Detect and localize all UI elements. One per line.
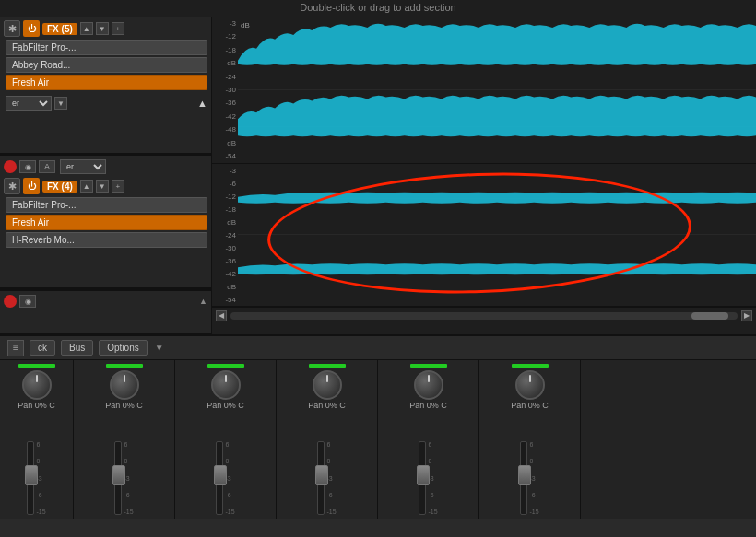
track2-star-btn[interactable]: ✱ [4, 178, 20, 194]
channel2-fader-section: 6 0 -3 -6 -15 [76, 414, 172, 515]
channel3-led [207, 364, 244, 368]
waveform-area: -3 -12 -18 dB -24 -30 -36 -42 -48 dB -54 [212, 17, 756, 334]
channel4-pan-label: Pan 0% C [308, 401, 346, 410]
track1-power-btn[interactable]: ⏻ [23, 20, 40, 37]
channel5-fader-section: 6 0 -3 -6 -15 [380, 414, 477, 515]
track1-select[interactable]: er [6, 96, 52, 111]
track2-db-scale: -3 -6 -12 -18 dB -24 -30 -36 -42 dB -54 [212, 164, 238, 306]
channel2-led [106, 364, 143, 368]
track3-expand[interactable]: ▲ [199, 297, 207, 306]
channel4-led [309, 364, 346, 368]
channel6-knob-container: Pan 0% C [511, 370, 549, 410]
mixer-toolbar: ≡ ck Bus Options ▼ [0, 336, 756, 360]
channel2-fader-handle[interactable] [112, 465, 125, 485]
track1-plugin3-btn[interactable]: Fresh Air [6, 75, 207, 90]
channel5-knob[interactable] [414, 370, 443, 400]
track1-down-btn[interactable]: ▼ [96, 22, 109, 35]
channel2-knob-container: Pan 0% C [105, 370, 143, 410]
mixer-channel-4: Pan 0% C 6 0 -3 -6 -15 [277, 360, 378, 519]
channel3-fader-handle[interactable] [214, 465, 227, 485]
channel2-knob[interactable] [110, 370, 139, 400]
track1-waveform-canvas: dB [238, 17, 756, 163]
channel1-fader-section: 6 0 -3 -6 -15 [2, 414, 71, 515]
track2-up-btn[interactable]: ▲ [80, 180, 93, 193]
track2-rec-btn[interactable] [4, 160, 17, 173]
track2-plus-btn[interactable]: + [112, 180, 124, 193]
channel6-led [512, 364, 549, 368]
mixer-eq-icon[interactable]: ≡ [7, 340, 24, 356]
channel1-fader-track[interactable] [27, 441, 34, 515]
channel1-knob[interactable] [22, 370, 52, 400]
scroll-track[interactable] [230, 312, 738, 320]
channel4-fader-handle[interactable] [315, 465, 328, 485]
scroll-left-btn[interactable]: ◀ [216, 310, 227, 321]
track3-header: ◉ ▲ [0, 291, 211, 334]
channel1-knob-container: Pan 0% C [18, 370, 55, 410]
mixer-options-arrow[interactable]: ▼ [155, 343, 164, 353]
channel6-knob[interactable] [515, 370, 545, 400]
channel3-fader-track[interactable] [216, 441, 223, 515]
track1-header: ✱ ⏻ FX (5) ▲ ▼ + FabFilter Pro-... Abbey… [0, 17, 211, 154]
track1-expand-btn[interactable]: ▲ [197, 98, 207, 109]
track1-db-scale: -3 -12 -18 dB -24 -30 -36 -42 -48 dB -54 [212, 17, 238, 163]
channel1-fader-handle[interactable] [25, 465, 38, 485]
track1-up-btn[interactable]: ▲ [80, 22, 93, 35]
track-list: ✱ ⏻ FX (5) ▲ ▼ + FabFilter Pro-... Abbey… [0, 17, 212, 334]
main-area: ✱ ⏻ FX (5) ▲ ▼ + FabFilter Pro-... Abbey… [0, 17, 756, 334]
track2-monitor-btn[interactable]: ◉ [19, 160, 36, 173]
mixer-channels: Pan 0% C 6 0 -3 -6 -15 Pan 0% C [0, 360, 756, 519]
track1-plugin2-btn[interactable]: Abbey Road... [6, 57, 207, 73]
track2-power-btn[interactable]: ⏻ [23, 178, 40, 194]
channel5-knob-container: Pan 0% C [409, 370, 447, 410]
channel5-fader-track[interactable] [419, 441, 426, 515]
channel3-fader-section: 6 0 -3 -6 -15 [177, 414, 274, 515]
channel5-led [410, 364, 447, 368]
channel6-fader-track[interactable] [520, 441, 527, 515]
hint-text: Double-click or drag to add section [300, 2, 455, 13]
track2-plugin1-btn[interactable]: FabFilter Pro-... [6, 197, 207, 213]
channel5-pan-label: Pan 0% C [409, 401, 447, 410]
mixer-ck-btn[interactable]: ck [30, 340, 55, 356]
channel4-fader-track[interactable] [317, 441, 325, 515]
channel1-led [18, 364, 55, 368]
channel3-knob[interactable] [211, 370, 241, 400]
track2-plugin2-btn[interactable]: Fresh Air [6, 215, 207, 230]
mixer-channel-1: Pan 0% C 6 0 -3 -6 -15 [0, 360, 74, 519]
track2-select[interactable]: er [60, 159, 106, 174]
mixer-bus-btn[interactable]: Bus [61, 340, 93, 356]
channel2-fader-track[interactable] [114, 441, 122, 515]
mixer-channel-5: Pan 0% C 6 0 -3 -6 -15 [378, 360, 479, 519]
track1-plus-btn[interactable]: + [112, 22, 124, 35]
mixer-options-btn[interactable]: Options [99, 340, 147, 356]
track2-waveform: -3 -6 -12 -18 dB -24 -30 -36 -42 dB -54 [212, 164, 756, 307]
track2-waveform-canvas [238, 164, 756, 306]
track2-waveform-svg [238, 164, 756, 306]
channel4-fader-section: 6 0 -3 -6 -15 [278, 414, 375, 515]
track2-a-btn[interactable]: A [39, 160, 55, 173]
svg-text:dB: dB [241, 21, 250, 29]
mixer-bottom: ≡ ck Bus Options ▼ Pan 0% C 6 0 -3 -6 [0, 334, 756, 519]
track1-fx-label: FX (5) [42, 23, 77, 35]
channel1-pan-label: Pan 0% C [18, 401, 55, 410]
track1-plugin1-btn[interactable]: FabFilter Pro-... [6, 40, 207, 55]
track1-star-btn[interactable]: ✱ [4, 20, 20, 37]
track3-monitor-btn[interactable]: ◉ [19, 295, 36, 308]
track2-header: ◉ A er ✱ ⏻ FX (4) ▲ ▼ + FabFilter Pro-..… [0, 156, 211, 288]
scroll-thumb[interactable] [691, 312, 728, 320]
track3-rec-btn[interactable] [4, 295, 17, 308]
top-hint: Double-click or drag to add section [0, 0, 756, 17]
channel3-knob-container: Pan 0% C [207, 370, 244, 410]
track2-down-btn[interactable]: ▼ [96, 180, 109, 193]
channel3-pan-label: Pan 0% C [207, 401, 244, 410]
scroll-area: ◀ ▶ [212, 307, 756, 323]
track1-select-arrow[interactable]: ▼ [54, 97, 67, 110]
channel6-fader-handle[interactable] [518, 465, 531, 485]
channel5-fader-handle[interactable] [417, 465, 430, 485]
mixer-channel-3: Pan 0% C 6 0 -3 -6 -15 [175, 360, 277, 519]
track2-plugin3-btn[interactable]: H-Reverb Mo... [6, 232, 207, 248]
channel6-fader-section: 6 0 -3 -6 -15 [481, 414, 578, 515]
channel4-knob[interactable] [313, 370, 342, 400]
track1-waveform: -3 -12 -18 dB -24 -30 -36 -42 -48 dB -54 [212, 17, 756, 164]
scroll-right-btn[interactable]: ▶ [741, 310, 752, 321]
channel2-pan-label: Pan 0% C [105, 401, 143, 410]
